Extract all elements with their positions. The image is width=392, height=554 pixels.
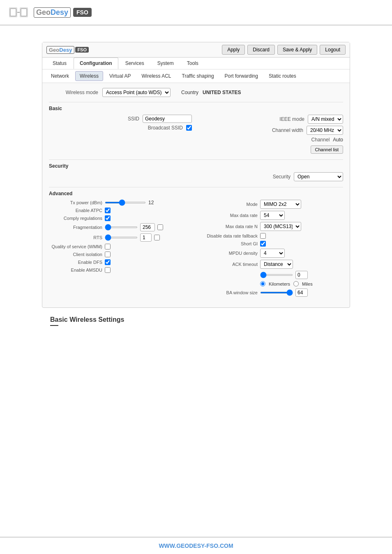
disable-fallback-checkbox[interactable] [260, 233, 266, 239]
enable-dfs-checkbox[interactable] [105, 259, 111, 265]
subnav-port-forwarding[interactable]: Port forwarding [220, 71, 263, 81]
broadcast-ssid-row: Broadcast SSID [49, 125, 192, 131]
security-section: Security Security Open WEP WPA WPA2 [49, 159, 343, 181]
qos-wmm-checkbox[interactable] [105, 244, 111, 249]
channel-list-button[interactable]: Channel list [311, 145, 343, 154]
mpdu-density-label: MPDU density [200, 251, 258, 256]
subnav-static-routes[interactable]: Static routes [264, 71, 301, 81]
logout-button[interactable]: Logout [320, 45, 346, 55]
tx-power-slider-row: 12 [105, 200, 159, 205]
enable-amsdu-checkbox[interactable] [105, 267, 111, 273]
rts-slider-row [105, 233, 160, 242]
broadcast-ssid-label: Broadcast SSID [134, 125, 183, 131]
tx-power-label: Tx power (dBm) [49, 200, 102, 205]
svg-rect-3 [21, 9, 27, 16]
ack-value-input[interactable] [295, 271, 308, 279]
rts-label: RTS [49, 235, 102, 240]
mpdu-density-row: MPDU density 4 2 8 [200, 249, 343, 258]
nav-status[interactable]: Status [46, 58, 73, 69]
basic-wireless-title: Basic Wireless Settings [50, 316, 342, 323]
enable-atpc-label: Enable ATPC [49, 208, 102, 213]
nav-configuration[interactable]: Configuration [74, 58, 118, 69]
channel-width-row: Channel width 20/40 MHz 20 MHz 40 MHz [200, 126, 343, 135]
channel-list-row: Channel list [200, 145, 343, 154]
mpdu-density-select[interactable]: 4 2 8 [260, 249, 285, 258]
max-data-rate-n-select[interactable]: 300 (MCS13) 150 (MCS7) [260, 222, 301, 231]
nav-tools[interactable]: Tools [181, 58, 205, 69]
subnav-wireless-acl[interactable]: Wireless ACL [137, 71, 176, 81]
max-data-rate-select[interactable]: 54 48 36 [260, 211, 285, 220]
fragmentation-checkbox[interactable] [157, 224, 163, 230]
apply-button[interactable]: Apply [222, 45, 245, 55]
mode-adv-row: Mode MIMO 2x2 SISO [200, 200, 343, 209]
comply-reg-row: Comply regulations [49, 215, 192, 221]
subnav-network[interactable]: Network [46, 71, 74, 81]
enable-atpc-checkbox[interactable] [105, 208, 111, 213]
save-apply-button[interactable]: Save & Apply [277, 45, 317, 55]
tx-power-slider[interactable] [105, 202, 146, 203]
ba-window-size-row: BA window size [200, 289, 343, 297]
security-row: Security Open WEP WPA WPA2 [49, 172, 343, 181]
subnav-virtual-ap[interactable]: Virtual AP [105, 71, 135, 81]
wireless-mode-label: Wireless mode [49, 90, 98, 95]
km-radio[interactable] [260, 281, 265, 286]
channel-row: Channel Auto [200, 137, 343, 143]
wireless-mode-select[interactable]: Access Point (auto WDS) Access Point Sta… [102, 88, 171, 97]
ba-window-slider[interactable] [260, 292, 293, 293]
max-data-rate-label: Max data rate [200, 213, 258, 218]
channel-label: Channel [280, 137, 330, 143]
fragmentation-value-input[interactable] [140, 223, 155, 231]
subnav-wireless[interactable]: Wireless [75, 71, 103, 81]
mode-adv-select[interactable]: MIMO 2x2 SISO [260, 200, 301, 209]
miles-radio[interactable] [293, 281, 299, 286]
logo-icon [8, 4, 29, 21]
advanced-grid: Tx power (dBm) 12 Enable ATPC [49, 200, 343, 297]
footer-url[interactable]: WWW.GEODESY-FSO.COM [159, 542, 233, 549]
ieee-mode-select[interactable]: A/N mixed A only N only [308, 115, 343, 124]
security-select[interactable]: Open WEP WPA WPA2 [294, 172, 343, 181]
fragmentation-slider[interactable] [105, 226, 138, 228]
bottom-line [50, 325, 58, 326]
discard-button[interactable]: Discard [247, 45, 275, 55]
channel-width-select[interactable]: 20/40 MHz 20 MHz 40 MHz [307, 126, 343, 135]
disable-fallback-label: Disable data rate fallback [200, 233, 258, 238]
rts-value-input[interactable] [140, 233, 152, 242]
subnav-traffic-shaping[interactable]: Traffic shaping [178, 71, 219, 81]
short-gi-row: Short GI [200, 241, 343, 247]
rts-slider[interactable] [105, 237, 138, 238]
channel-value: Auto [333, 137, 343, 143]
enable-amsdu-label: Enable AMSDU [49, 268, 102, 272]
channel-width-label: Channel width [254, 127, 303, 133]
ieee-mode-row: IEEE mode A/N mixed A only N only [200, 115, 343, 124]
country-label: Country [181, 90, 198, 95]
nav-services[interactable]: Services [119, 58, 150, 69]
ack-slider[interactable] [260, 274, 293, 276]
bottom-section: Basic Wireless Settings [42, 308, 350, 342]
rts-checkbox[interactable] [154, 235, 160, 240]
basic-right-col: IEEE mode A/N mixed A only N only Channe… [200, 115, 343, 154]
panel-geo-text: Geo [49, 47, 59, 53]
nav-system[interactable]: System [151, 58, 180, 69]
km-miles-group: Kilometers Miles [260, 281, 313, 286]
svg-rect-1 [10, 9, 16, 16]
panel-logo-box: GeoDesy [46, 46, 74, 54]
basic-section-title: Basic [49, 106, 343, 111]
ba-window-value-input[interactable] [295, 289, 308, 297]
broadcast-ssid-checkbox[interactable] [186, 125, 192, 131]
country-value: UNITED STATES [203, 90, 241, 95]
ieee-mode-label: IEEE mode [255, 116, 304, 122]
enable-dfs-row: Enable DFS [49, 259, 192, 265]
top-header: GeoDesy FSO [0, 0, 392, 25]
client-isolation-checkbox[interactable] [105, 252, 111, 257]
mode-adv-label: Mode [200, 202, 258, 207]
comply-reg-checkbox[interactable] [105, 215, 111, 221]
short-gi-checkbox[interactable] [260, 241, 266, 247]
qos-wmm-row: Quality of service (WMM) [49, 244, 192, 249]
ack-timeout-select[interactable]: Distance Manual [260, 260, 293, 269]
qos-wmm-label: Quality of service (WMM) [49, 244, 102, 249]
ssid-input[interactable] [143, 115, 192, 123]
tx-power-row: Tx power (dBm) 12 [49, 200, 192, 205]
advanced-section-title: Advanced [49, 191, 343, 196]
panel-actions: Apply Discard Save & Apply Logout [222, 45, 346, 55]
logo-geodesy: GeoDesy [34, 7, 71, 18]
